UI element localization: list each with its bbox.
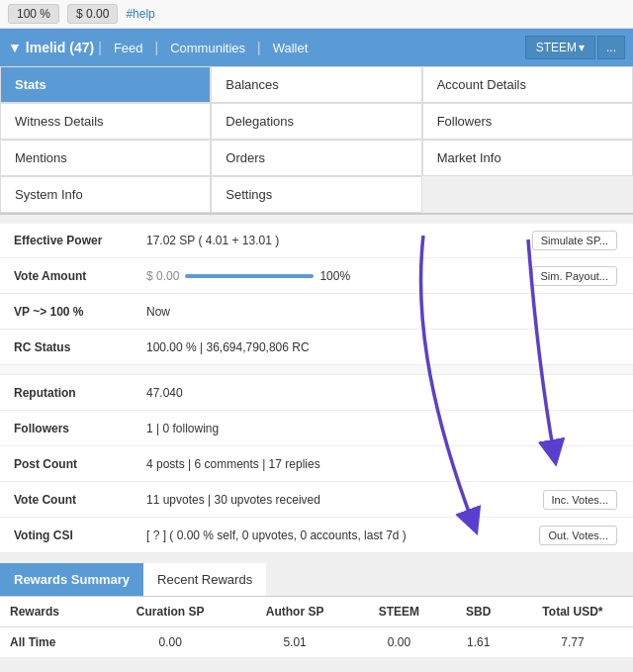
- rc-status-row: RC Status 100.00 % | 36,694,790,806 RC: [0, 330, 633, 365]
- reputation-label: Reputation: [0, 378, 138, 408]
- vote-count-value: 11 upvotes | 30 upvotes received: [138, 485, 535, 515]
- rewards-summary-tab[interactable]: Rewards Summary: [0, 563, 143, 596]
- wallet-link[interactable]: Wallet: [261, 29, 320, 66]
- menu-system-info[interactable]: System Info: [0, 176, 211, 213]
- zoom-level: 100 %: [8, 4, 59, 24]
- recent-rewards-tab[interactable]: Recent Rewards: [143, 563, 266, 596]
- vote-amount-label: Vote Amount: [0, 261, 138, 291]
- inc-votes-button[interactable]: Inc. Votes...: [543, 490, 617, 510]
- reputation-value: 47.040: [138, 378, 633, 408]
- steem-button[interactable]: STEEM ▾: [525, 36, 595, 59]
- col-author-sp: Author SP: [236, 597, 353, 627]
- menu-market-info[interactable]: Market Info: [422, 140, 633, 176]
- row-author-sp: 5.01: [236, 627, 353, 658]
- row-sbd: 1.61: [445, 627, 512, 658]
- more-button[interactable]: ...: [597, 36, 625, 59]
- menu-grid: Stats Balances Account Details Witness D…: [0, 66, 633, 215]
- rc-label: RC Status: [0, 333, 138, 362]
- stats-section: Effective Power 17.02 SP ( 4.01 + 13.01 …: [0, 223, 633, 553]
- username: lmelid: [26, 40, 65, 55]
- vp-row: VP ~> 100 % Now: [0, 294, 633, 330]
- out-votes-action: Out. Votes...: [531, 522, 625, 549]
- followers-value: 1 | 0 following: [138, 414, 633, 443]
- rc-value: 100.00 % | 36,694,790,806 RC: [138, 333, 633, 362]
- vote-count-label: Vote Count: [0, 485, 138, 515]
- followers-row: Followers 1 | 0 following: [0, 411, 633, 446]
- col-steem: STEEM: [353, 597, 444, 627]
- row-label: All Time: [0, 627, 104, 658]
- effective-power-label: Effective Power: [0, 226, 138, 255]
- col-rewards: Rewards: [0, 597, 104, 627]
- effective-power-value: 17.02 SP ( 4.01 + 13.01 ): [138, 226, 524, 255]
- rewards-header: Rewards Summary Recent Rewards: [0, 563, 633, 597]
- menu-orders[interactable]: Orders: [211, 140, 421, 176]
- simulate-sp-action: Simulate SP...: [524, 227, 625, 254]
- simulate-payout-button[interactable]: Sim. Payout...: [532, 266, 617, 286]
- vp-label: VP ~> 100 %: [0, 297, 138, 327]
- col-total-usd: Total USD*: [512, 597, 633, 627]
- voting-csi-row: Voting CSI [ ? ] ( 0.00 % self, 0 upvote…: [0, 518, 633, 553]
- post-count-row: Post Count 4 posts | 6 comments | 17 rep…: [0, 446, 633, 482]
- row-total-usd: 7.77: [512, 627, 633, 658]
- menu-witness-details[interactable]: Witness Details: [0, 103, 211, 140]
- vote-prefix: $ 0.00: [146, 269, 179, 283]
- inc-votes-action: Inc. Votes...: [535, 486, 625, 514]
- vote-amount-row: Vote Amount $ 0.00 100% Sim. Payout...: [0, 258, 633, 294]
- rewards-table: Rewards Curation SP Author SP STEEM SBD …: [0, 597, 633, 658]
- feed-link[interactable]: Feed: [102, 29, 155, 66]
- help-link[interactable]: #help: [126, 7, 154, 21]
- rewards-table-header-row: Rewards Curation SP Author SP STEEM SBD …: [0, 597, 633, 627]
- menu-settings[interactable]: Settings: [211, 176, 421, 213]
- menu-balances[interactable]: Balances: [211, 66, 421, 103]
- simulate-sp-button[interactable]: Simulate SP...: [532, 231, 617, 250]
- vote-slider[interactable]: [185, 274, 314, 278]
- post-count-value: 4 posts | 6 comments | 17 replies: [138, 449, 633, 479]
- voting-csi-label: Voting CSI: [0, 521, 138, 550]
- user-count: (47): [69, 40, 94, 55]
- voting-csi-value: [ ? ] ( 0.00 % self, 0 upvotes, 0 accoun…: [138, 521, 531, 550]
- steem-dropdown-arrow: ▾: [579, 41, 585, 54]
- effective-power-row: Effective Power 17.02 SP ( 4.01 + 13.01 …: [0, 223, 633, 258]
- vote-count-row: Vote Count 11 upvotes | 30 upvotes recei…: [0, 482, 633, 518]
- communities-link[interactable]: Communities: [158, 29, 257, 66]
- user-dropdown[interactable]: ▼ lmelid (47): [8, 40, 94, 55]
- row-steem: 0.00: [353, 627, 444, 658]
- menu-delegations[interactable]: Delegations: [211, 103, 421, 140]
- vote-amount-value: $ 0.00 100%: [138, 261, 524, 291]
- menu-mentions[interactable]: Mentions: [0, 140, 211, 176]
- menu-stats[interactable]: Stats: [0, 66, 211, 103]
- row-curation-sp: 0.00: [104, 627, 235, 658]
- followers-label: Followers: [0, 414, 138, 443]
- vp-value: Now: [138, 297, 633, 327]
- reputation-row: Reputation 47.040: [0, 375, 633, 411]
- vote-pct: 100%: [319, 269, 350, 283]
- nav-bar: ▼ lmelid (47) | Feed | Communities | Wal…: [0, 29, 633, 66]
- out-votes-button[interactable]: Out. Votes...: [539, 526, 617, 545]
- vote-slider-fill: [185, 274, 314, 278]
- menu-followers[interactable]: Followers: [422, 103, 633, 140]
- table-row: All Time 0.00 5.01 0.00 1.61 7.77: [0, 627, 633, 658]
- simulate-payout-action: Sim. Payout...: [524, 262, 625, 290]
- post-count-label: Post Count: [0, 449, 138, 479]
- dropdown-arrow: ▼: [8, 40, 22, 55]
- menu-account-details[interactable]: Account Details: [422, 66, 633, 103]
- price-display: $ 0.00: [67, 4, 118, 24]
- col-sbd: SBD: [445, 597, 512, 627]
- top-bar: 100 % $ 0.00 #help: [0, 0, 633, 29]
- stats-divider-1: [0, 365, 633, 375]
- nav-links: | Feed | Communities | Wallet: [98, 29, 319, 66]
- col-curation-sp: Curation SP: [104, 597, 235, 627]
